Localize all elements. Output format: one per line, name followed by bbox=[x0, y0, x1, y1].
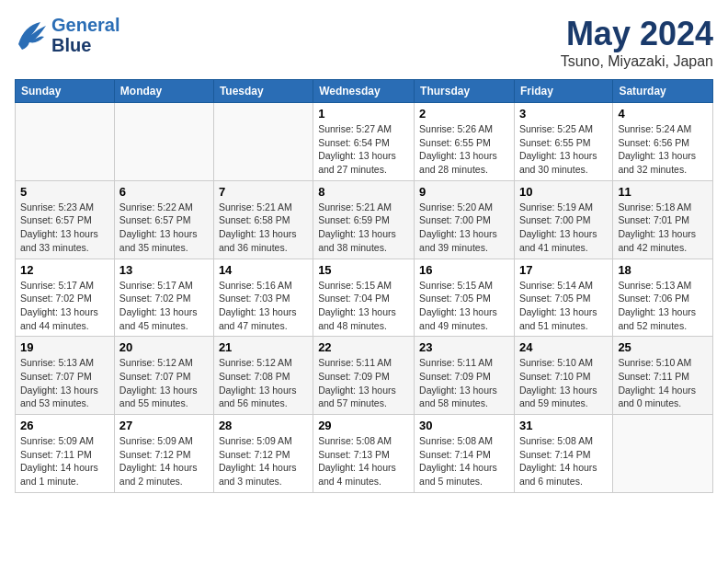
day-info: Sunrise: 5:15 AM Sunset: 7:05 PM Dayligh… bbox=[419, 279, 509, 333]
day-info: Sunrise: 5:21 AM Sunset: 6:58 PM Dayligh… bbox=[219, 201, 308, 255]
weekday-header-sunday: Sunday bbox=[16, 80, 115, 103]
day-number: 12 bbox=[20, 263, 109, 277]
calendar-cell: 8Sunrise: 5:21 AM Sunset: 6:59 PM Daylig… bbox=[313, 180, 415, 259]
day-info: Sunrise: 5:26 AM Sunset: 6:55 PM Dayligh… bbox=[419, 122, 509, 177]
day-number: 16 bbox=[419, 263, 509, 277]
day-info: Sunrise: 5:14 AM Sunset: 7:05 PM Dayligh… bbox=[519, 279, 608, 333]
day-info: Sunrise: 5:09 AM Sunset: 7:11 PM Dayligh… bbox=[20, 434, 109, 488]
day-number: 31 bbox=[519, 419, 608, 432]
calendar-week-row: 5Sunrise: 5:23 AM Sunset: 6:57 PM Daylig… bbox=[16, 180, 713, 259]
calendar-cell: 25Sunrise: 5:10 AM Sunset: 7:11 PM Dayli… bbox=[613, 337, 713, 415]
calendar-cell bbox=[213, 103, 313, 181]
day-number: 28 bbox=[219, 419, 308, 432]
calendar-cell: 19Sunrise: 5:13 AM Sunset: 7:07 PM Dayli… bbox=[16, 337, 115, 415]
calendar-cell: 24Sunrise: 5:10 AM Sunset: 7:10 PM Dayli… bbox=[514, 337, 612, 415]
calendar-title: May 2024 bbox=[561, 15, 713, 53]
calendar-cell: 2Sunrise: 5:26 AM Sunset: 6:55 PM Daylig… bbox=[415, 103, 515, 181]
day-number: 25 bbox=[618, 340, 708, 354]
calendar-cell: 1Sunrise: 5:27 AM Sunset: 6:54 PM Daylig… bbox=[313, 103, 415, 181]
day-info: Sunrise: 5:17 AM Sunset: 7:02 PM Dayligh… bbox=[20, 279, 109, 333]
day-number: 4 bbox=[618, 107, 708, 121]
weekday-header-monday: Monday bbox=[114, 80, 213, 103]
day-number: 17 bbox=[519, 263, 608, 277]
day-info: Sunrise: 5:15 AM Sunset: 7:04 PM Dayligh… bbox=[318, 279, 409, 333]
logo-icon bbox=[15, 18, 48, 52]
calendar-cell: 21Sunrise: 5:12 AM Sunset: 7:08 PM Dayli… bbox=[213, 337, 313, 415]
calendar-cell: 27Sunrise: 5:09 AM Sunset: 7:12 PM Dayli… bbox=[114, 415, 213, 493]
day-number: 23 bbox=[419, 340, 509, 354]
calendar-cell: 13Sunrise: 5:17 AM Sunset: 7:02 PM Dayli… bbox=[114, 259, 213, 337]
day-info: Sunrise: 5:11 AM Sunset: 7:09 PM Dayligh… bbox=[318, 356, 409, 410]
day-info: Sunrise: 5:08 AM Sunset: 7:13 PM Dayligh… bbox=[318, 434, 409, 488]
day-number: 7 bbox=[219, 185, 308, 199]
day-info: Sunrise: 5:24 AM Sunset: 6:56 PM Dayligh… bbox=[618, 122, 708, 177]
day-number: 1 bbox=[318, 107, 409, 121]
day-info: Sunrise: 5:17 AM Sunset: 7:02 PM Dayligh… bbox=[119, 279, 209, 333]
calendar-cell: 15Sunrise: 5:15 AM Sunset: 7:04 PM Dayli… bbox=[313, 259, 415, 337]
calendar-cell: 6Sunrise: 5:22 AM Sunset: 6:57 PM Daylig… bbox=[114, 180, 213, 259]
day-number: 26 bbox=[20, 419, 109, 432]
calendar-title-block: May 2024 Tsuno, Miyazaki, Japan bbox=[561, 15, 713, 70]
day-info: Sunrise: 5:11 AM Sunset: 7:09 PM Dayligh… bbox=[419, 356, 509, 410]
day-number: 11 bbox=[618, 185, 708, 199]
calendar-cell: 16Sunrise: 5:15 AM Sunset: 7:05 PM Dayli… bbox=[415, 259, 515, 337]
day-number: 9 bbox=[419, 185, 509, 199]
calendar-cell: 14Sunrise: 5:16 AM Sunset: 7:03 PM Dayli… bbox=[213, 259, 313, 337]
day-info: Sunrise: 5:12 AM Sunset: 7:08 PM Dayligh… bbox=[219, 356, 308, 410]
day-info: Sunrise: 5:10 AM Sunset: 7:11 PM Dayligh… bbox=[618, 356, 708, 410]
day-number: 20 bbox=[119, 340, 209, 354]
page-header: General Blue May 2024 Tsuno, Miyazaki, J… bbox=[15, 15, 713, 70]
day-info: Sunrise: 5:09 AM Sunset: 7:12 PM Dayligh… bbox=[219, 434, 308, 488]
calendar-week-row: 19Sunrise: 5:13 AM Sunset: 7:07 PM Dayli… bbox=[16, 337, 713, 415]
calendar-cell: 28Sunrise: 5:09 AM Sunset: 7:12 PM Dayli… bbox=[213, 415, 313, 493]
calendar-cell: 17Sunrise: 5:14 AM Sunset: 7:05 PM Dayli… bbox=[514, 259, 612, 337]
calendar-week-row: 26Sunrise: 5:09 AM Sunset: 7:11 PM Dayli… bbox=[16, 415, 713, 493]
calendar-cell: 18Sunrise: 5:13 AM Sunset: 7:06 PM Dayli… bbox=[613, 259, 713, 337]
day-number: 29 bbox=[318, 419, 409, 432]
calendar-table: SundayMondayTuesdayWednesdayThursdayFrid… bbox=[15, 79, 713, 493]
calendar-cell: 22Sunrise: 5:11 AM Sunset: 7:09 PM Dayli… bbox=[313, 337, 415, 415]
day-info: Sunrise: 5:27 AM Sunset: 6:54 PM Dayligh… bbox=[318, 122, 409, 177]
day-number: 2 bbox=[419, 107, 509, 121]
calendar-week-row: 12Sunrise: 5:17 AM Sunset: 7:02 PM Dayli… bbox=[16, 259, 713, 337]
day-info: Sunrise: 5:16 AM Sunset: 7:03 PM Dayligh… bbox=[219, 279, 308, 333]
day-info: Sunrise: 5:21 AM Sunset: 6:59 PM Dayligh… bbox=[318, 201, 409, 255]
day-info: Sunrise: 5:08 AM Sunset: 7:14 PM Dayligh… bbox=[519, 434, 608, 488]
weekday-header-saturday: Saturday bbox=[613, 80, 713, 103]
day-info: Sunrise: 5:20 AM Sunset: 7:00 PM Dayligh… bbox=[419, 201, 509, 255]
calendar-cell: 10Sunrise: 5:19 AM Sunset: 7:00 PM Dayli… bbox=[514, 180, 612, 259]
weekday-header-wednesday: Wednesday bbox=[313, 80, 415, 103]
calendar-cell: 29Sunrise: 5:08 AM Sunset: 7:13 PM Dayli… bbox=[313, 415, 415, 493]
day-info: Sunrise: 5:09 AM Sunset: 7:12 PM Dayligh… bbox=[119, 434, 209, 488]
calendar-cell: 26Sunrise: 5:09 AM Sunset: 7:11 PM Dayli… bbox=[16, 415, 115, 493]
weekday-header-thursday: Thursday bbox=[415, 80, 515, 103]
calendar-week-row: 1Sunrise: 5:27 AM Sunset: 6:54 PM Daylig… bbox=[16, 103, 713, 181]
calendar-cell: 11Sunrise: 5:18 AM Sunset: 7:01 PM Dayli… bbox=[613, 180, 713, 259]
day-number: 13 bbox=[119, 263, 209, 277]
calendar-cell: 5Sunrise: 5:23 AM Sunset: 6:57 PM Daylig… bbox=[16, 180, 115, 259]
calendar-cell: 23Sunrise: 5:11 AM Sunset: 7:09 PM Dayli… bbox=[415, 337, 515, 415]
day-info: Sunrise: 5:10 AM Sunset: 7:10 PM Dayligh… bbox=[519, 356, 608, 410]
calendar-cell: 30Sunrise: 5:08 AM Sunset: 7:14 PM Dayli… bbox=[415, 415, 515, 493]
calendar-cell: 7Sunrise: 5:21 AM Sunset: 6:58 PM Daylig… bbox=[213, 180, 313, 259]
day-info: Sunrise: 5:13 AM Sunset: 7:07 PM Dayligh… bbox=[20, 356, 109, 410]
day-number: 3 bbox=[519, 107, 608, 121]
calendar-cell bbox=[613, 415, 713, 493]
calendar-cell: 20Sunrise: 5:12 AM Sunset: 7:07 PM Dayli… bbox=[114, 337, 213, 415]
day-number: 14 bbox=[219, 263, 308, 277]
day-number: 27 bbox=[119, 419, 209, 432]
day-number: 30 bbox=[419, 419, 509, 432]
calendar-cell: 4Sunrise: 5:24 AM Sunset: 6:56 PM Daylig… bbox=[613, 103, 713, 181]
calendar-cell: 31Sunrise: 5:08 AM Sunset: 7:14 PM Dayli… bbox=[514, 415, 612, 493]
day-number: 18 bbox=[618, 263, 708, 277]
logo-text-line2: Blue bbox=[51, 35, 119, 55]
day-info: Sunrise: 5:13 AM Sunset: 7:06 PM Dayligh… bbox=[618, 279, 708, 333]
weekday-header-friday: Friday bbox=[514, 80, 612, 103]
day-number: 24 bbox=[519, 340, 608, 354]
day-number: 10 bbox=[519, 185, 608, 199]
calendar-cell bbox=[16, 103, 115, 181]
day-info: Sunrise: 5:23 AM Sunset: 6:57 PM Dayligh… bbox=[20, 201, 109, 255]
day-number: 6 bbox=[119, 185, 209, 199]
calendar-location: Tsuno, Miyazaki, Japan bbox=[561, 53, 713, 70]
day-info: Sunrise: 5:12 AM Sunset: 7:07 PM Dayligh… bbox=[119, 356, 209, 410]
